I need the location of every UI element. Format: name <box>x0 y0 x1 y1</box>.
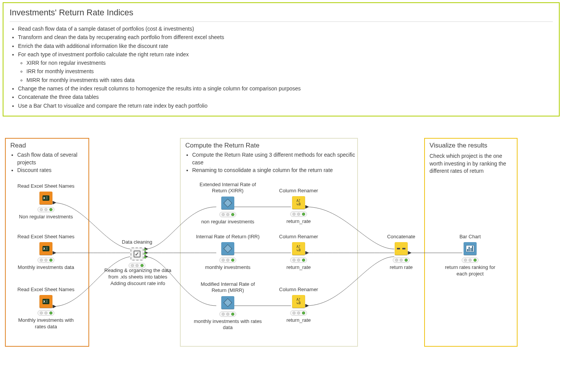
node-caption: return_rate <box>268 218 329 224</box>
group-item: Cash flow data of several projects <box>17 151 88 166</box>
node-xirr[interactable]: Extended Internal Rate of Return (XIRR) … <box>193 182 262 225</box>
node-caption: monthly investments <box>193 264 262 270</box>
rename-icon: A⤴↳B <box>292 295 305 308</box>
excel-icon: X⋮ <box>39 192 52 205</box>
group-item: Renaming to consolidate a single column … <box>192 167 357 174</box>
node-caption: Reading & organizing the data from .xls … <box>103 267 172 287</box>
node-column-renamer-3[interactable]: Column Renamer A⤴↳B return_rate <box>268 287 329 324</box>
node-status <box>38 310 54 316</box>
node-column-renamer-1[interactable]: Column Renamer A⤴↳B return_rate <box>268 188 329 225</box>
node-caption: Monthly investments with rates data <box>15 317 77 330</box>
node-caption: return rates ranking for each project <box>439 264 501 277</box>
node-caption: Non regular investments <box>15 214 77 220</box>
node-caption: return_rate <box>268 264 329 270</box>
port-indicator <box>144 256 146 259</box>
node-column-renamer-2[interactable]: Column Renamer A⤴↳B return_rate <box>268 234 329 271</box>
rename-icon: A⤴↳B <box>292 242 305 255</box>
node-status <box>219 212 236 217</box>
node-read-excel-2[interactable]: Read Excel Sheet Names X⋮ Monthly invest… <box>15 234 77 271</box>
excel-icon: X⋮ <box>39 295 52 308</box>
node-mirr[interactable]: Modified Internal Rate of Return (MIRR) … <box>193 281 262 331</box>
node-title: Read Excel Sheet Names <box>15 183 77 189</box>
node-title: Bar Chart <box>439 234 501 240</box>
node-caption: return_rate <box>268 317 329 323</box>
port-indicator <box>144 252 146 255</box>
node-title: Column Renamer <box>268 287 329 293</box>
node-read-excel-3[interactable]: Read Excel Sheet Names X⋮ Monthly invest… <box>15 287 77 330</box>
excel-icon: X⋮ <box>39 242 52 255</box>
port-indicator <box>144 249 146 251</box>
xirr-icon <box>221 197 234 210</box>
node-bar-chart[interactable]: Bar Chart return rates ranking for each … <box>439 234 501 277</box>
group-title: Compute the Return Rate <box>181 139 357 151</box>
node-irr[interactable]: Internal Rate of Return (IRR) monthly in… <box>193 234 262 271</box>
group-title: Read <box>6 139 88 151</box>
node-status <box>290 310 307 316</box>
node-caption: return rate <box>371 264 432 270</box>
node-data-cleaning[interactable]: Data cleaning <box>106 239 168 270</box>
node-title: Read Excel Sheet Names <box>15 287 77 293</box>
metanode-icon <box>131 247 144 261</box>
node-status <box>38 207 54 212</box>
group-item: Compute the Return Rate using 3 differen… <box>192 151 357 166</box>
node-title: Extended Internal Rate of Return (XIRR) <box>193 182 262 194</box>
mirr-icon <box>221 296 234 309</box>
irr-icon <box>221 242 234 255</box>
node-read-excel-1[interactable]: Read Excel Sheet Names X⋮ Non regular in… <box>15 183 77 220</box>
node-caption: non regular investments <box>193 219 262 225</box>
node-status <box>219 311 236 317</box>
node-title: Concatenate <box>371 234 432 240</box>
node-title: Read Excel Sheet Names <box>15 234 77 240</box>
node-title: Internal Rate of Return (IRR) <box>193 234 262 240</box>
node-status <box>462 257 479 263</box>
node-status <box>393 257 410 263</box>
node-concatenate[interactable]: Concatenate return rate <box>371 234 432 271</box>
group-item: Discount rates <box>17 167 88 174</box>
node-status <box>290 257 307 263</box>
node-caption: monthly investments with rates data <box>193 318 262 331</box>
concatenate-icon <box>395 242 408 255</box>
node-status <box>38 257 54 263</box>
node-title: Modified Internal Rate of Return (MIRR) <box>193 281 262 294</box>
node-title: Data cleaning <box>106 239 168 245</box>
node-status <box>219 257 236 263</box>
node-title: Column Renamer <box>268 188 329 194</box>
bar-chart-icon <box>464 242 477 255</box>
node-caption: Monthly investments data <box>15 264 77 270</box>
group-title: Visualize the results <box>425 139 517 151</box>
node-title: Column Renamer <box>268 234 329 240</box>
group-text: Check which project is the one worth inv… <box>430 152 512 175</box>
rename-icon: A⤴↳B <box>292 196 305 209</box>
node-status <box>290 211 307 217</box>
workflow-canvas[interactable]: Read Cash flow data of several projects … <box>0 0 588 390</box>
